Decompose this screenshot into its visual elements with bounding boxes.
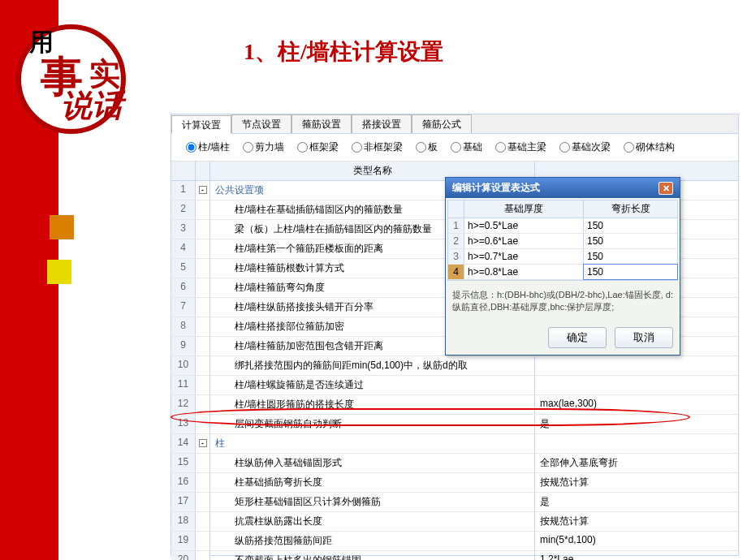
tabbar: 计算设置节点设置箍筋设置搭接设置箍筋公式 [171, 114, 738, 134]
radio-3[interactable]: 非框架梁 [352, 140, 403, 154]
page-title: 1、柱/墙柱计算设置 [244, 37, 443, 67]
grid-row-20[interactable]: 20不变截面上柱多出的钢筋锚固1.2*Lae [171, 551, 738, 560]
radio-input-2[interactable] [297, 142, 308, 153]
tab-3[interactable]: 搭接设置 [352, 114, 412, 133]
row-value[interactable]: 是 [535, 493, 738, 511]
row-name: 柱/墙柱螺旋箍筋是否连续通过 [210, 376, 535, 394]
dialog-grid-header: 基础厚度 弯折长度 [448, 200, 677, 218]
radio-label-3: 非框架梁 [364, 140, 403, 154]
dlg-row-val[interactable]: 150 [584, 234, 677, 248]
radio-input-8[interactable] [624, 142, 634, 153]
tab-4[interactable]: 箍筋公式 [412, 114, 472, 133]
radio-4[interactable]: 板 [416, 140, 438, 154]
dlg-row-val[interactable]: 150 [584, 249, 677, 264]
grid-row-15[interactable]: 15柱纵筋伸入基础锚固形式全部伸入基底弯折 [171, 454, 738, 473]
row-expand [196, 493, 210, 511]
radio-input-6[interactable] [495, 142, 506, 153]
tab-1[interactable]: 节点设置 [231, 114, 291, 133]
radio-6[interactable]: 基础主梁 [495, 140, 546, 154]
grid-row-11[interactable]: 11柱/墙柱螺旋箍筋是否连续通过 [171, 376, 738, 395]
row-value[interactable]: 按规范计算 [535, 512, 738, 531]
row-num: 8 [171, 317, 196, 336]
grid-row-13[interactable]: 13层间变截面钢筋自动判断是 [171, 415, 738, 434]
radio-input-7[interactable] [559, 142, 570, 153]
dlg-row-1[interactable]: 1h>=0.5*Lae150 [448, 218, 677, 234]
dlg-row-cond[interactable]: h>=0.8*Lae [464, 265, 584, 279]
dlg-row-val[interactable]: 150 [584, 218, 677, 233]
row-expand [196, 395, 210, 414]
row-value[interactable]: min(5*d,100) [535, 532, 738, 550]
collapse-icon[interactable]: - [199, 186, 207, 194]
row-value[interactable]: max(lae,300) [535, 395, 738, 414]
radio-input-0[interactable] [186, 142, 196, 153]
row-value[interactable]: 全部伸入基底弯折 [535, 454, 738, 472]
dlg-row-4[interactable]: 4h>=0.8*Lae150 [448, 265, 677, 280]
row-expand[interactable]: - [196, 181, 210, 200]
radio-5[interactable]: 基础 [451, 140, 482, 154]
row-num: 12 [171, 395, 196, 414]
dlg-row-val[interactable]: 150 [584, 265, 677, 279]
dlg-row-3[interactable]: 3h>=0.7*Lae150 [448, 249, 677, 265]
radio-input-5[interactable] [451, 142, 461, 153]
row-expand[interactable]: - [196, 434, 210, 453]
radio-1[interactable]: 剪力墙 [243, 140, 284, 154]
grid-row-12[interactable]: 12柱/墙柱圆形箍筋的搭接长度max(lae,300) [171, 395, 738, 415]
grid-row-17[interactable]: 17矩形柱基础锚固区只计算外侧箍筋是 [171, 493, 738, 512]
radio-8[interactable]: 砌体结构 [624, 140, 675, 154]
row-num: 16 [171, 473, 196, 492]
dlg-row-cond[interactable]: h>=0.5*Lae [464, 218, 584, 233]
grid-row-14[interactable]: 14-柱 [171, 434, 738, 454]
row-name: 抗震柱纵筋露出长度 [210, 512, 535, 531]
edit-expression-dialog: 编辑计算设置表达式 ✕ 基础厚度 弯折长度 1h>=0.5*Lae1502h>=… [445, 177, 680, 355]
radio-input-1[interactable] [243, 142, 253, 153]
dlg-row-cond[interactable]: h>=0.6*Lae [464, 234, 584, 248]
row-expand [196, 532, 210, 550]
dlg-row-cond[interactable]: h>=0.7*Lae [464, 249, 584, 264]
logo: 用 事 实 说话 [16, 16, 154, 130]
row-name: 不变截面上柱多出的钢筋锚固 [210, 551, 535, 560]
row-num: 9 [171, 337, 196, 355]
close-icon[interactable]: ✕ [658, 182, 673, 195]
row-value[interactable] [535, 434, 738, 453]
grid-row-16[interactable]: 16柱基础插筋弯折长度按规范计算 [171, 473, 738, 493]
row-expand [196, 454, 210, 472]
row-value[interactable]: 1.2*Lae [535, 551, 738, 560]
row-expand [196, 337, 210, 355]
row-value[interactable] [535, 376, 738, 394]
row-expand [196, 298, 210, 317]
row-num: 2 [171, 200, 196, 219]
row-expand [196, 278, 210, 297]
radio-label-0: 柱/墙柱 [198, 140, 230, 154]
row-value[interactable] [535, 356, 738, 375]
radio-0[interactable]: 柱/墙柱 [186, 140, 230, 154]
dlg-row-2[interactable]: 2h>=0.6*Lae150 [448, 234, 677, 249]
dialog-grid: 基础厚度 弯折长度 1h>=0.5*Lae1502h>=0.6*Lae1503h… [447, 200, 678, 281]
grid-row-19[interactable]: 19纵筋搭接范围箍筋间距min(5*d,100) [171, 532, 738, 551]
cancel-button[interactable]: 取消 [615, 327, 673, 348]
col-expand-header [196, 162, 210, 180]
dialog-title-text: 编辑计算设置表达式 [452, 181, 540, 195]
row-expand [196, 473, 210, 492]
row-num: 4 [171, 239, 196, 258]
grid-row-10[interactable]: 10绑扎搭接范围内的箍筋间距min(5d,100)中，纵筋d的取 [171, 356, 738, 376]
tab-0[interactable]: 计算设置 [171, 115, 231, 134]
row-value[interactable]: 是 [535, 415, 738, 433]
row-name: 层间变截面钢筋自动判断 [210, 415, 535, 433]
dialog-titlebar[interactable]: 编辑计算设置表达式 ✕ [446, 178, 680, 198]
row-expand [196, 551, 210, 560]
square-yellow [47, 260, 71, 284]
grid-row-18[interactable]: 18抗震柱纵筋露出长度按规范计算 [171, 512, 738, 532]
radio-input-3[interactable] [352, 142, 362, 153]
row-num: 13 [171, 415, 196, 433]
collapse-icon[interactable]: - [199, 439, 207, 447]
tab-2[interactable]: 箍筋设置 [291, 114, 352, 133]
row-value[interactable]: 按规范计算 [535, 473, 738, 492]
row-expand [196, 415, 210, 433]
ok-button[interactable]: 确定 [548, 327, 607, 348]
radio-7[interactable]: 基础次梁 [559, 140, 611, 154]
radio-input-4[interactable] [416, 142, 426, 153]
radio-2[interactable]: 框架梁 [297, 140, 339, 154]
dlg-row-num: 1 [448, 218, 464, 233]
row-num: 20 [171, 551, 196, 560]
row-expand [196, 259, 210, 278]
